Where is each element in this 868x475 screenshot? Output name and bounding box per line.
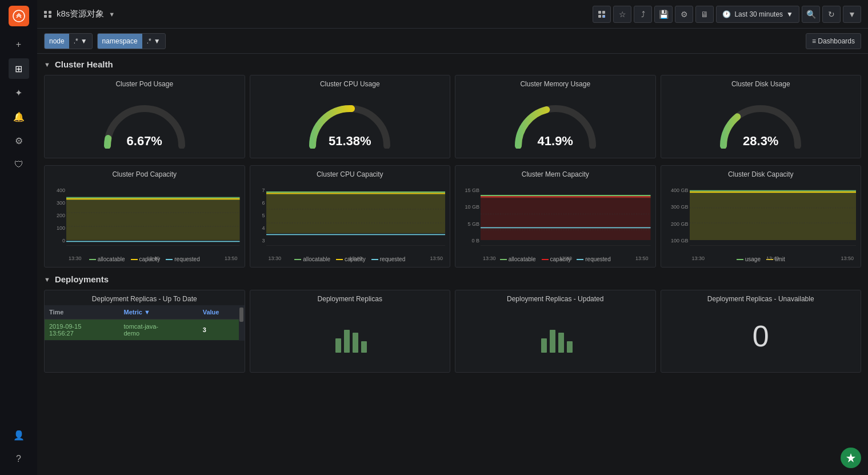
- disk-usage-panel: Cluster Disk Usage: [661, 75, 862, 158]
- svg-rect-2: [602, 11, 605, 14]
- expand-button[interactable]: ▼: [843, 6, 861, 23]
- table-row: 2019-09-1513:56:27 tomcat-java-demo 3: [45, 320, 245, 341]
- sidebar-alerts[interactable]: 🔔: [9, 106, 29, 127]
- svg-marker-21: [690, 192, 857, 240]
- replicas-uptodate-panel: Deployment Replicas - Up To Date Time Me…: [44, 290, 245, 373]
- gauge-grid: Cluster Pod Usage: [44, 75, 861, 158]
- pod-capacity-panel: Cluster Pod Capacity 4003002001000: [44, 165, 245, 268]
- cpu-usage-gauge: 51.38%: [304, 97, 395, 149]
- main-area: k8s资源对象 ▼ ☆ ⤴ 💾 ⚙ 🖥 🕐 Last 30 minutes ▼ …: [37, 0, 868, 475]
- replicas-unavailable-body: 0: [661, 305, 861, 364]
- dashboards-button[interactable]: ≡ Dashboards: [806, 33, 861, 49]
- settings-button[interactable]: ⚙: [675, 6, 693, 23]
- sidebar-help[interactable]: ?: [9, 449, 29, 469]
- app-logo[interactable]: [9, 6, 29, 26]
- section-chevron-icon: ▼: [44, 61, 50, 68]
- star-button[interactable]: ☆: [613, 6, 631, 23]
- col-value[interactable]: Value: [198, 305, 245, 320]
- svg-marker-11: [266, 193, 446, 233]
- col-time[interactable]: Time: [45, 305, 119, 320]
- mem-usage-gauge: 41.9%: [510, 97, 601, 149]
- cpu-usage-title: Cluster CPU Usage: [250, 75, 450, 90]
- search-button[interactable]: 🔍: [802, 6, 820, 23]
- topbar: k8s资源对象 ▼ ☆ ⤴ 💾 ⚙ 🖥 🕐 Last 30 minutes ▼ …: [37, 0, 868, 29]
- sidebar: + ⊞ ✦ 🔔 ⚙ 🛡 👤 ?: [0, 0, 37, 475]
- capacity-grid: Cluster Pod Capacity 4003002001000: [44, 165, 861, 268]
- pod-capacity-title: Cluster Pod Capacity: [45, 166, 245, 181]
- share-button[interactable]: ⤴: [634, 6, 652, 23]
- pod-usage-title: Cluster Pod Usage: [45, 75, 245, 90]
- refresh-button[interactable]: ↻: [822, 6, 841, 23]
- add-panel-button[interactable]: [593, 6, 611, 23]
- replicas-uptodate-body: Time Metric ▼ Value 2019-09-1513:56:27 t…: [45, 305, 245, 341]
- pod-usage-value: 6.67%: [127, 134, 162, 149]
- time-chevron-icon: ▼: [786, 10, 793, 18]
- pod-usage-panel: Cluster Pod Usage: [44, 75, 245, 158]
- disk-usage-body: 28.3%: [661, 90, 861, 158]
- cpu-capacity-panel: Cluster CPU Capacity 76543: [250, 165, 451, 268]
- cluster-health-title: Cluster Health: [55, 59, 113, 69]
- cpu-usage-panel: Cluster CPU Usage: [250, 75, 451, 158]
- col-metric[interactable]: Metric ▼: [119, 305, 198, 320]
- tv-button[interactable]: 🖥: [695, 6, 714, 23]
- namespace-chevron-icon: ▼: [154, 37, 161, 45]
- cpu-capacity-body: 76543: [250, 181, 450, 267]
- mem-capacity-panel: Cluster Mem Capacity 15 GB10 GB5 GB0 B: [455, 165, 656, 268]
- time-range-label: Last 30 minutes: [734, 10, 783, 18]
- svg-rect-3: [598, 15, 601, 18]
- svg-rect-30: [550, 330, 555, 353]
- time-range-picker[interactable]: 🕐 Last 30 minutes ▼: [716, 6, 799, 23]
- node-filter-key: node: [45, 34, 69, 49]
- cell-value: 3: [198, 320, 245, 341]
- disk-usage-title: Cluster Disk Usage: [661, 75, 861, 90]
- mem-usage-panel: Cluster Memory Usage: [455, 75, 656, 158]
- filterbar: node .* ▼ namespace .* ▼ ≡ Dashboards: [37, 29, 868, 54]
- dots-icon: [44, 11, 52, 18]
- svg-rect-25: [335, 338, 341, 353]
- svg-rect-28: [361, 341, 367, 353]
- node-filter-val: .* ▼: [69, 37, 92, 45]
- mem-capacity-title: Cluster Mem Capacity: [455, 166, 655, 181]
- sidebar-user[interactable]: 👤: [9, 425, 29, 445]
- svg-rect-31: [558, 333, 564, 353]
- replicas-unavailable-title: Deployment Replicas - Unavailable: [661, 290, 861, 305]
- sidebar-dashboard[interactable]: ⊞: [9, 58, 29, 79]
- namespace-filter-val: .* ▼: [142, 37, 165, 45]
- sidebar-settings[interactable]: ⚙: [9, 130, 29, 151]
- sidebar-explore[interactable]: ✦: [9, 82, 29, 103]
- pod-usage-body: 6.67%: [45, 90, 245, 158]
- cell-time: 2019-09-1513:56:27: [45, 320, 119, 341]
- namespace-filter-key: namespace: [98, 34, 142, 49]
- cluster-health-header[interactable]: ▼ Cluster Health: [44, 59, 861, 69]
- replicas-updated-value: [538, 310, 573, 368]
- save-button[interactable]: 💾: [654, 6, 673, 23]
- replicas-updated-body: [455, 305, 655, 372]
- mem-usage-value: 41.9%: [538, 134, 573, 149]
- cell-metric: tomcat-java-demo: [119, 320, 198, 341]
- disk-usage-gauge: 28.3%: [715, 97, 806, 149]
- deployments-header[interactable]: ▼ Deployments: [44, 274, 861, 284]
- pod-usage-gauge: 6.67%: [99, 97, 190, 149]
- sidebar-shield[interactable]: 🛡: [9, 154, 29, 175]
- watermark-button[interactable]: [841, 448, 861, 468]
- namespace-filter[interactable]: namespace .* ▼: [97, 33, 166, 49]
- cpu-usage-body: 51.38%: [250, 90, 450, 158]
- topbar-actions: ☆ ⤴ 💾 ⚙ 🖥 🕐 Last 30 minutes ▼ 🔍 ↻ ▼: [593, 6, 861, 23]
- pod-capacity-body: 4003002001000: [45, 181, 245, 267]
- svg-rect-32: [567, 341, 573, 353]
- disk-usage-value: 28.3%: [743, 134, 778, 149]
- mem-capacity-body: 15 GB10 GB5 GB0 B: [455, 181, 655, 267]
- svg-marker-16: [481, 197, 651, 240]
- node-filter[interactable]: node .* ▼: [44, 33, 93, 49]
- mem-usage-title: Cluster Memory Usage: [455, 75, 655, 90]
- deployments-chevron-icon: ▼: [44, 276, 50, 283]
- replicas-unavailable-panel: Deployment Replicas - Unavailable 0: [661, 290, 862, 373]
- replicas-uptodate-title: Deployment Replicas - Up To Date: [45, 290, 245, 305]
- disk-capacity-body: 400 GB300 GB200 GB100 GB: [661, 181, 861, 267]
- sidebar-add[interactable]: +: [9, 34, 29, 55]
- replicas-unavailable-value: 0: [753, 310, 769, 359]
- title-chevron-icon[interactable]: ▼: [109, 11, 115, 18]
- replicas-updated-title: Deployment Replicas - Updated: [455, 290, 655, 305]
- replicas-updated-panel: Deployment Replicas - Updated: [455, 290, 656, 373]
- page-title: k8s资源对象: [57, 9, 104, 19]
